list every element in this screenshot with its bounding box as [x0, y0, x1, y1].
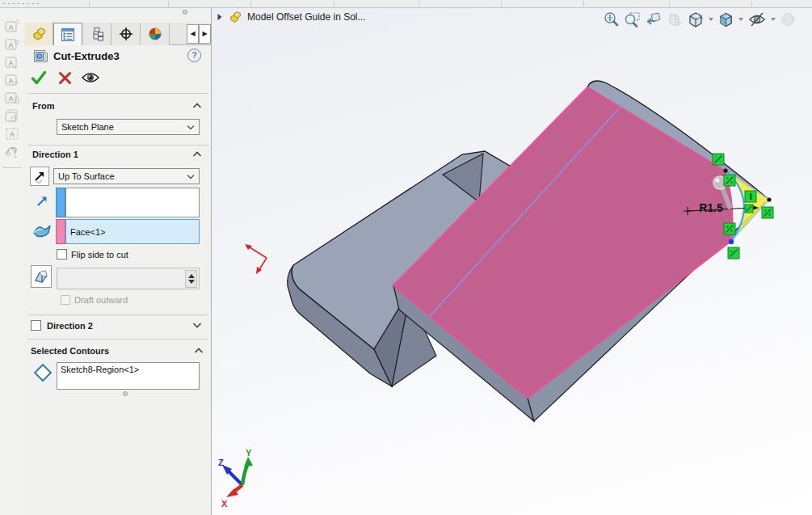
tab-configuration-manager[interactable]: [82, 23, 111, 45]
tab-scroll-right[interactable]: ▶: [199, 24, 211, 44]
direction-reference-field[interactable]: [65, 188, 200, 217]
group-direction2-expand-icon[interactable]: [192, 322, 202, 328]
display-manager-icon: [147, 27, 163, 41]
headsup-view-toolbar: [603, 10, 797, 29]
flip-side-checkbox[interactable]: [57, 249, 67, 260]
spinner-arrows[interactable]: [185, 270, 197, 288]
property-manager-panel: ◀ ▶ Cut-Extrude3 ? From Sketch Plane Dir…: [24, 8, 212, 515]
reverse-direction-button[interactable]: [30, 167, 49, 186]
contour-icon: [34, 364, 52, 382]
annotation-tool-8-icon[interactable]: [4, 144, 20, 158]
annotation-tool-5-icon[interactable]: A: [4, 91, 20, 105]
help-icon[interactable]: ?: [187, 49, 201, 62]
dimxpert-manager-icon: [118, 27, 134, 41]
end-condition-value: Up To Surface: [58, 171, 187, 181]
end-condition-combobox[interactable]: Up To Surface: [53, 168, 200, 184]
reverse-direction-icon: [32, 169, 47, 184]
draft-button[interactable]: [31, 265, 52, 288]
display-style-dropdown[interactable]: [709, 18, 713, 21]
zoom-to-area-icon[interactable]: [624, 11, 641, 28]
tab-feature-manager[interactable]: [24, 23, 53, 45]
tab-dimxpert-manager[interactable]: [111, 23, 141, 45]
part-icon: [228, 11, 242, 23]
dimension-text[interactable]: R1.5: [699, 201, 723, 214]
annotation-tool-2-icon[interactable]: A: [4, 37, 20, 52]
draft-outward-checkbox: [61, 295, 70, 305]
tab-scroll-left[interactable]: ◀: [187, 24, 199, 44]
feature-manager-icon: [31, 27, 47, 41]
sketch-origin[interactable]: [245, 244, 267, 274]
group-direction1-collapse-icon[interactable]: [192, 151, 202, 158]
sketch-endpoint[interactable]: [767, 197, 771, 201]
annotation-tool-7-icon[interactable]: A: [4, 126, 20, 141]
zoom-to-fit-icon[interactable]: [603, 11, 620, 28]
svg-text:A: A: [8, 77, 14, 85]
sketch-endpoint[interactable]: [723, 168, 727, 172]
triad-y-label: Y: [246, 448, 252, 458]
ok-button[interactable]: [31, 70, 47, 86]
annotation-tool-3-icon[interactable]: A: [4, 55, 20, 70]
configuration-manager-icon: [89, 27, 105, 41]
svg-text:A: A: [10, 130, 15, 138]
tree-expand-arrow-icon[interactable]: [217, 13, 223, 21]
contours-listbox[interactable]: Sketch8-Region<1>: [57, 362, 200, 390]
group-from-label: From: [32, 101, 55, 111]
annotation-tool-1-icon[interactable]: A: [4, 19, 20, 34]
face-reference-field[interactable]: Face<1>: [65, 219, 200, 244]
triad-z-label: Z: [218, 458, 224, 467]
group-contours-collapse-icon[interactable]: [194, 348, 204, 354]
from-plane-value: Sketch Plane: [61, 122, 187, 132]
sketch-point-selected[interactable]: [729, 239, 734, 244]
direction-reference-color-strip: [56, 188, 65, 217]
face-reference-color-strip: [56, 219, 65, 244]
chevron-down-icon: [187, 125, 195, 130]
cropped-toolbar-strip: [0, 0, 812, 8]
property-manager-icon: [60, 27, 76, 42]
draft-outward-label: Draft outward: [74, 295, 128, 305]
triad-x-label: X: [221, 499, 228, 509]
svg-text:A: A: [8, 95, 14, 103]
direction-reference-icon: [36, 194, 49, 208]
model-scene[interactable]: R1.5: [212, 8, 812, 515]
manager-tab-bar: ◀ ▶: [24, 23, 211, 45]
face-reference-value: Face<1>: [70, 227, 105, 237]
group-from-collapse-icon[interactable]: [192, 103, 202, 109]
section-view-icon[interactable]: [667, 11, 683, 28]
graphics-viewport[interactable]: R1.5: [212, 8, 812, 515]
panel-splitter-dot[interactable]: [183, 10, 187, 15]
draft-icon: [33, 268, 49, 285]
flyout-tree-label[interactable]: Model Offset Guide in Sol...: [247, 11, 366, 23]
listbox-resize-handle[interactable]: [123, 391, 128, 396]
tab-display-manager[interactable]: [141, 23, 170, 45]
svg-text:A: A: [8, 41, 14, 49]
face-reference-icon: [32, 222, 52, 239]
solidworks-window: { "manager_tabs": { "tabs": [ {"name": "…: [0, 0, 812, 515]
view-orientation-icon[interactable]: [717, 11, 734, 28]
feature-title: Cut-Extrude3: [53, 50, 120, 62]
direction2-checkbox[interactable]: [31, 320, 41, 331]
group-contours-label: Selected Contours: [31, 346, 109, 356]
flip-side-label: Flip side to cut: [71, 250, 128, 260]
draft-angle-spinner[interactable]: [57, 268, 200, 289]
annotation-tool-6-icon[interactable]: [4, 108, 20, 123]
from-plane-combobox[interactable]: Sketch Plane: [57, 119, 200, 135]
contour-list-item[interactable]: Sketch8-Region<1>: [61, 365, 196, 374]
previous-view-icon[interactable]: [645, 11, 663, 28]
cut-extrude-feature-icon: [33, 49, 48, 64]
preview-eye-button[interactable]: [81, 70, 100, 85]
hide-show-items-icon[interactable]: [747, 11, 767, 27]
display-style-icon[interactable]: [687, 11, 705, 28]
annotations-toolbar: A A A A A A: [0, 8, 24, 515]
group-direction1-label: Direction 1: [32, 150, 78, 159]
svg-text:A: A: [8, 59, 14, 67]
annotation-tool-4-icon[interactable]: A: [4, 73, 20, 87]
edit-appearance-icon[interactable]: [780, 11, 797, 27]
flyout-feature-tree[interactable]: Model Offset Guide in Sol...: [217, 11, 366, 23]
hide-show-dropdown[interactable]: [771, 18, 776, 21]
toolbar-drag-handle[interactable]: [2, 2, 39, 6]
view-orientation-dropdown[interactable]: [738, 18, 743, 21]
tab-property-manager[interactable]: [53, 23, 82, 45]
group-direction2-label: Direction 2: [47, 321, 93, 331]
cancel-button[interactable]: [58, 71, 72, 85]
reference-triad: Z Y X: [218, 448, 253, 509]
